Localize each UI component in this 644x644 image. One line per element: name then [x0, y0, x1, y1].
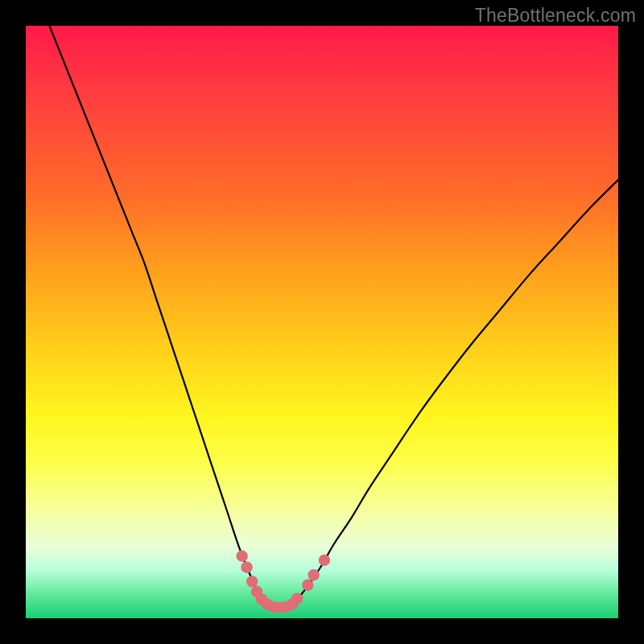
curve-marker [291, 593, 303, 605]
curve-markers [236, 551, 330, 613]
chart-frame: TheBottleneck.com [0, 0, 644, 644]
watermark-text: TheBottleneck.com [475, 5, 636, 27]
curve-marker [236, 551, 247, 562]
curve-marker [308, 569, 319, 580]
curve-marker [241, 562, 252, 573]
curve-marker [302, 580, 313, 591]
chart-svg [26, 26, 618, 618]
bottleneck-curve [49, 26, 618, 608]
curve-marker [319, 555, 330, 566]
plot-area [26, 26, 618, 618]
curve-marker [246, 576, 258, 587]
